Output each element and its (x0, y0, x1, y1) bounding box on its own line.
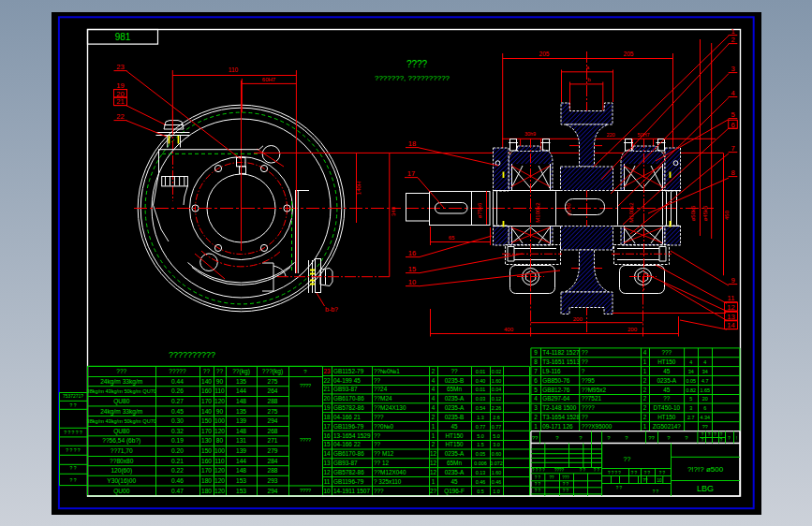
svg-text:264: 264 (267, 387, 277, 394)
svg-text:GB6170-86: GB6170-86 (333, 395, 364, 402)
svg-text:2: 2 (731, 36, 734, 44)
svg-text:120: 120 (214, 477, 225, 484)
svg-text:1: 1 (432, 423, 436, 430)
svg-text:1.60: 1.60 (492, 470, 502, 475)
svg-text:0.13: 0.13 (476, 470, 486, 475)
svg-text:180: 180 (201, 488, 212, 494)
svg-text:5: 5 (534, 387, 538, 393)
svg-text:1: 1 (643, 423, 647, 430)
svg-text:110: 110 (214, 387, 225, 394)
svg-text:12: 12 (727, 303, 734, 312)
svg-text:4: 4 (432, 386, 436, 392)
svg-text:? ?: ? ? (70, 477, 77, 483)
svg-text:0.20: 0.20 (171, 447, 184, 454)
svg-text:??: ?? (582, 414, 589, 420)
svg-text:? ?: ? ? (594, 468, 600, 473)
svg-text:? ?: ? ? (563, 482, 569, 487)
svg-text:140: 140 (201, 378, 212, 385)
svg-text:12: 12 (323, 469, 331, 475)
svg-text:4: 4 (689, 359, 692, 365)
svg-text:150: 150 (201, 447, 212, 454)
svg-text:5.0: 5.0 (477, 433, 484, 439)
svg-text:275: 275 (267, 378, 277, 385)
svg-text:3.0: 3.0 (493, 442, 500, 447)
svg-text:???: ??? (374, 414, 384, 420)
svg-text:??95: ??95 (582, 377, 596, 384)
svg-text:1.0: 1.0 (493, 489, 500, 494)
svg-text:???????, ??????????: ???????, ?????????? (375, 74, 450, 82)
svg-text:13-1654 1529: 13-1654 1529 (333, 432, 371, 439)
svg-text:3: 3 (731, 65, 734, 73)
svg-text:????: ???? (554, 468, 565, 473)
svg-text:24kg/m 33kg/m: 24kg/m 33kg/m (100, 408, 143, 416)
svg-text:120: 120 (214, 428, 225, 434)
svg-text:294: 294 (267, 417, 277, 424)
svg-text:????: ???? (300, 488, 311, 493)
svg-text:5.0: 5.0 (493, 433, 500, 439)
svg-text:0.21: 0.21 (171, 458, 184, 464)
svg-text:135: 135 (236, 378, 246, 385)
svg-text:140H: 140H (356, 182, 362, 195)
svg-text:120(60): 120(60) (111, 467, 132, 475)
svg-text:4: 4 (432, 395, 436, 402)
svg-text:0.01: 0.01 (476, 369, 486, 374)
svg-text:14-1911 1507: 14-1911 1507 (333, 488, 370, 494)
svg-text:0.54: 0.54 (476, 405, 486, 411)
svg-text:10: 10 (323, 488, 331, 494)
svg-text:??71,70: ??71,70 (111, 447, 133, 454)
svg-text:139: 139 (236, 447, 246, 454)
svg-text:34: 34 (702, 369, 708, 374)
svg-text:1: 1 (731, 27, 734, 36)
svg-text:??: ?? (648, 435, 655, 441)
svg-text:275: 275 (267, 408, 277, 415)
svg-text:110: 110 (229, 66, 239, 73)
svg-text:21: 21 (323, 386, 331, 392)
svg-text:0235-A: 0235-A (445, 450, 465, 457)
svg-text:200: 200 (627, 327, 638, 332)
svg-text:148: 148 (236, 398, 246, 404)
svg-text:38kg/m 43kg/m 50kg/m QU70: 38kg/m 43kg/m 50kg/m QU70 (87, 418, 156, 424)
svg-text:160: 160 (201, 387, 212, 394)
svg-text:?????: ????? (169, 368, 186, 374)
svg-text:15: 15 (408, 265, 416, 273)
svg-text:5: 5 (689, 396, 692, 402)
svg-text:??№0№1: ??№0№1 (374, 368, 400, 374)
svg-text:2: 2 (432, 441, 436, 447)
svg-text:0.05: 0.05 (476, 451, 486, 457)
svg-text:4: 4 (534, 395, 538, 402)
svg-text:??: ?? (450, 368, 458, 374)
svg-text:5: 5 (731, 110, 734, 119)
svg-text:???: ??? (562, 475, 569, 480)
svg-text:170: 170 (201, 398, 212, 404)
svg-text:2.26: 2.26 (492, 405, 502, 411)
svg-text:7537271?: 7537271? (63, 393, 83, 399)
svg-text:M100x2: M100x2 (535, 202, 540, 223)
svg-text:10: 10 (408, 278, 416, 286)
svg-text:??24: ??24 (374, 386, 388, 392)
svg-text:0.47: 0.47 (171, 488, 184, 494)
svg-text:13: 13 (323, 460, 331, 466)
svg-text:19: 19 (323, 404, 331, 411)
svg-text:24kg/m 33kg/m: 24kg/m 33kg/m (100, 378, 143, 386)
svg-text:??: ?? (582, 358, 589, 365)
svg-text:18: 18 (408, 139, 416, 148)
svg-text:? ?: ? ? (659, 471, 666, 475)
svg-text:??: ?? (216, 368, 224, 374)
svg-text:? ?: ? ? (70, 465, 77, 471)
svg-text:45: 45 (450, 423, 458, 430)
svg-text:09-171 126: 09-171 126 (542, 423, 573, 430)
svg-text:??: ?? (702, 424, 708, 430)
svg-text:HT150: HT150 (657, 414, 676, 420)
svg-text:??: ?? (642, 478, 648, 483)
svg-text:GB1196-79: GB1196-79 (333, 478, 364, 485)
svg-text:0235-A: 0235-A (657, 377, 676, 384)
svg-text:6: 6 (703, 405, 706, 411)
svg-text:135: 135 (236, 408, 246, 415)
svg-text:100: 100 (214, 447, 225, 454)
svg-text:4: 4 (643, 349, 647, 356)
svg-text:??: ?? (624, 456, 631, 462)
svg-text:65Mn: 65Mn (447, 460, 462, 466)
svg-text:04-166 21: 04-166 21 (333, 414, 361, 420)
svg-text:GB93-87: GB93-87 (333, 386, 358, 392)
svg-text:1.3: 1.3 (477, 415, 484, 420)
